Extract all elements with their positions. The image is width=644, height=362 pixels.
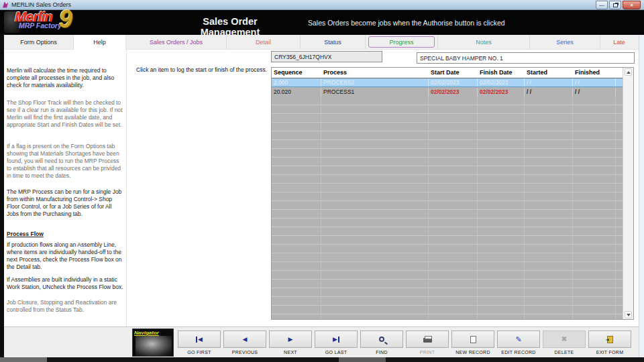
tab-progress[interactable]: Progress — [366, 35, 438, 50]
merlin-logo: Merlin MRP Factory 9 — [4, 11, 91, 34]
help-paragraph: If a flag is present on the Form Options… — [7, 143, 123, 179]
edit-record-icon: ✎ — [515, 336, 521, 343]
application-window: MERLIN Sales Orders — × Merlin MRP Facto… — [0, 0, 644, 362]
delete-button: ✖ DELETE — [543, 330, 586, 355]
edit-record-button[interactable]: ✎ EDIT RECORD — [497, 330, 540, 355]
previous-icon: ◀ — [243, 337, 248, 343]
tab-bar: Form Options Help Sales Orders / Jobs De… — [4, 35, 639, 50]
find-icon — [379, 337, 384, 342]
exit-form-button[interactable]: EXIT FORM — [588, 330, 631, 355]
restore-icon — [613, 3, 618, 7]
tab-help[interactable]: Help — [74, 35, 126, 50]
delete-icon: ✖ — [561, 336, 567, 343]
job-code-field[interactable]: CRY356_6JH17QHVX — [271, 51, 382, 62]
new-record-button[interactable]: NEW RECORD — [451, 330, 494, 355]
restore-button[interactable] — [609, 1, 621, 9]
minimize-button[interactable]: — — [596, 1, 608, 9]
previous-button[interactable]: ◀ PREVIOUS — [223, 330, 266, 355]
tab-progress-focus-ring: Progress — [368, 36, 435, 48]
help-paragraph: The Shop Floor Track will then be checke… — [7, 99, 123, 129]
close-button[interactable]: × — [623, 1, 641, 9]
print-icon — [423, 338, 432, 343]
navigator-label: Navigator — [133, 329, 173, 336]
logo-version-number: 9 — [59, 5, 72, 34]
next-button[interactable]: ▶ NEXT — [269, 330, 312, 355]
go-first-icon: ◀ — [196, 337, 203, 343]
tab-form-options[interactable]: Form Options — [4, 35, 74, 50]
find-button[interactable]: FIND — [360, 330, 403, 355]
help-panel: Merlin will calculate the time required … — [4, 50, 126, 326]
toolbar-buttons: ◀ GO FIRST ◀ PREVIOUS ▶ NEXT ▶ GO LAST F… — [178, 330, 631, 355]
help-paragraph: If production flows along an Assembly Li… — [7, 241, 123, 271]
column-header-finished: Finished — [573, 68, 616, 78]
tab-sales-orders-jobs[interactable]: Sales Orders / Jobs — [126, 35, 227, 50]
job-description-field[interactable]: SPECIAL BABY HAMPER NO. 1 — [417, 52, 635, 64]
window-border-bottom — [0, 357, 644, 362]
help-paragraph: Merlin will calculate the time required … — [7, 67, 123, 89]
scroll-down-icon[interactable] — [625, 311, 632, 318]
column-header-started: Started — [525, 68, 573, 78]
column-header-finish-date: Finish Date — [478, 68, 525, 78]
tab-late[interactable]: Late — [600, 35, 638, 50]
window-border-right — [639, 35, 644, 357]
table-row-selected[interactable]: 2.000 PROCESS2 02/02/2023 02/02/2023 / /… — [272, 78, 623, 87]
new-record-icon — [470, 336, 476, 343]
navigator-image: Navigator — [132, 328, 174, 357]
next-icon: ▶ — [288, 337, 293, 343]
logo-mrp-factory-text: MRP Factory — [19, 21, 62, 29]
progress-tab-content: Click an item to log the start or finish… — [126, 50, 639, 326]
navigator-toolbar: Navigator ◀ GO FIRST ◀ PREVIOUS ▶ NEXT ▶… — [4, 326, 639, 357]
column-header-start-date: Start Date — [429, 68, 478, 78]
go-last-icon: ▶ — [333, 337, 339, 343]
app-header: Merlin MRP Factory 9 Sales Order Managem… — [0, 10, 644, 35]
help-paragraph: The MRP Process can be run for a single … — [7, 188, 123, 218]
go-first-button[interactable]: ◀ GO FIRST — [178, 330, 221, 355]
column-header-process: Process — [321, 68, 429, 78]
navigator-wizard-picture — [136, 336, 172, 356]
process-table: Sequence Process Start Date Finish Date … — [271, 67, 634, 320]
table-empty-rows — [272, 97, 623, 319]
go-last-button[interactable]: ▶ GO LAST — [315, 330, 358, 355]
print-button: PRINT — [406, 330, 449, 355]
tab-notes[interactable]: Notes — [438, 35, 530, 50]
table-header-row: Sequence Process Start Date Finish Date … — [272, 68, 623, 78]
help-heading-process-flow: Process Flow — [7, 231, 123, 238]
titlebar[interactable]: MERLIN Sales Orders — × — [0, 0, 644, 10]
tab-series[interactable]: Series — [530, 35, 600, 50]
content-area: Merlin will calculate the time required … — [4, 50, 639, 326]
window-controls: — × — [596, 1, 641, 9]
window-border-left — [0, 35, 4, 357]
exit-form-icon — [607, 336, 613, 343]
app-icon — [3, 2, 8, 8]
help-paragraph: Job Closure, Stopping and Reactivation a… — [7, 299, 123, 314]
tab-detail[interactable]: Detail — [227, 35, 301, 50]
column-header-sequence: Sequence — [272, 68, 321, 78]
scroll-up-icon[interactable] — [625, 68, 632, 76]
table-row[interactable]: 20.020 PROCESS1 02/02/2023 02/02/2023 / … — [272, 88, 623, 97]
page-subtitle: Sales Orders become jobs when the Author… — [308, 19, 505, 27]
help-paragraph: If Assemblies are built individually in … — [7, 276, 123, 291]
tab-status[interactable]: Status — [301, 35, 366, 50]
table-scrollbar[interactable] — [623, 68, 633, 319]
instruction-text: Click an item to log the start or finish… — [136, 66, 277, 73]
